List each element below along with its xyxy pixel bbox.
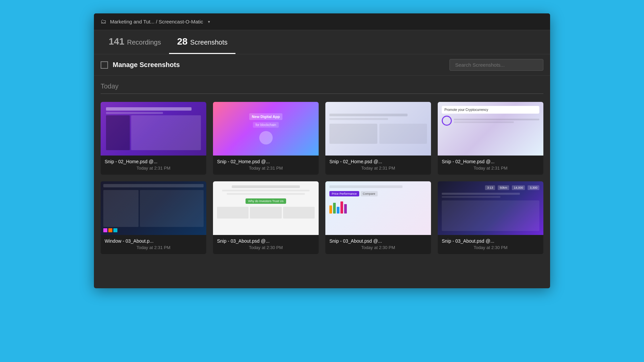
card-info-1: Snip - 02_Home.psd @... Today at 2:31 PM — [213, 156, 319, 175]
screenshot-card-3[interactable]: Promote your Cryptocurrency Snip - 02_Ho… — [438, 102, 543, 175]
card-name-7: Snip - 03_About.psd @... — [442, 238, 539, 244]
recordings-label: Recordings — [127, 39, 161, 46]
select-all-checkbox[interactable] — [101, 61, 108, 69]
card-time-0: Today at 2:31 PM — [105, 166, 202, 171]
card-thumbnail-2 — [325, 102, 431, 156]
tab-screenshots[interactable]: 28 Screenshots — [169, 30, 235, 54]
chevron-down-icon[interactable]: ▾ — [208, 19, 210, 24]
card-thumbnail-3: Promote your Cryptocurrency — [438, 102, 543, 156]
app-window: 🗂 Marketing and Tut... / Screencast-O-Ma… — [94, 13, 550, 288]
card-info-7: Snip - 03_About.psd @... Today at 2:30 P… — [438, 235, 543, 254]
screenshot-card-2[interactable]: Snip - 02_Home.psd @... Today at 2:31 PM — [325, 102, 431, 175]
card-name-0: Snip - 02_Home.psd @... — [105, 159, 202, 164]
recordings-count: 141 — [109, 36, 124, 47]
card-name-6: Snip - 03_About.psd @... — [329, 238, 427, 244]
screenshots-label: Screenshots — [190, 39, 227, 46]
folder-icon: 🗂 — [101, 18, 107, 25]
screenshots-grid-row2: Window - 03_About.p... Today at 2:31 PM … — [101, 181, 543, 254]
card-time-1: Today at 2:31 PM — [217, 166, 315, 171]
screenshot-card-5[interactable]: Why do Investors Trust Us Snip - 03_Abou… — [213, 181, 319, 254]
card-thumbnail-6: Price Performance Compare — [325, 181, 431, 235]
screenshot-card-6[interactable]: Price Performance Compare Snip - — [325, 181, 431, 254]
section-label-today: Today — [101, 82, 543, 90]
screenshot-card-1[interactable]: New Digital App for blockchain Snip - 02… — [213, 102, 319, 175]
screenshots-count: 28 — [177, 36, 187, 47]
card-info-6: Snip - 03_About.psd @... Today at 2:30 P… — [325, 235, 431, 254]
card-info-0: Snip - 02_Home.psd @... Today at 2:31 PM — [101, 156, 206, 175]
card-info-4: Window - 03_About.p... Today at 2:31 PM — [101, 235, 206, 254]
manage-title: Manage Screenshots — [113, 61, 180, 69]
title-bar-path: Marketing and Tut... / Screencast-O-Mati… — [110, 19, 203, 24]
card-name-4: Window - 03_About.p... — [105, 238, 202, 244]
card-info-5: Snip - 03_About.psd @... Today at 2:30 P… — [213, 235, 319, 254]
title-bar: 🗂 Marketing and Tut... / Screencast-O-Ma… — [94, 13, 550, 30]
screenshot-card-0[interactable]: Snip - 02_Home.psd @... Today at 2:31 PM — [101, 102, 206, 175]
card-name-5: Snip - 03_About.psd @... — [217, 238, 315, 244]
manage-left: Manage Screenshots — [101, 61, 180, 69]
card-thumbnail-7: 3:13 50km 14,000 3,300 — [438, 181, 543, 235]
card-thumbnail-0 — [101, 102, 206, 156]
screenshots-grid-row1: Snip - 02_Home.psd @... Today at 2:31 PM… — [101, 102, 543, 175]
card-info-3: Snip - 02_Home.psd @... Today at 2:31 PM — [438, 156, 543, 175]
card-time-5: Today at 2:30 PM — [217, 245, 315, 250]
card-thumbnail-4 — [101, 181, 206, 235]
card-name-2: Snip - 02_Home.psd @... — [329, 159, 427, 164]
card-time-7: Today at 2:30 PM — [442, 245, 539, 250]
tabs-bar: 141 Recordings 28 Screenshots — [94, 30, 550, 54]
card-thumbnail-5: Why do Investors Trust Us — [213, 181, 319, 235]
card-thumbnail-1: New Digital App for blockchain — [213, 102, 319, 156]
card-info-2: Snip - 02_Home.psd @... Today at 2:31 PM — [325, 156, 431, 175]
content-area: Today — [94, 76, 550, 267]
card-name-3: Snip - 02_Home.psd @... — [442, 159, 539, 164]
card-time-3: Today at 2:31 PM — [442, 166, 539, 171]
screenshot-card-4[interactable]: Window - 03_About.p... Today at 2:31 PM — [101, 181, 206, 254]
card-time-2: Today at 2:31 PM — [329, 166, 427, 171]
screenshot-card-7[interactable]: 3:13 50km 14,000 3,300 Snip - 03_About.p… — [438, 181, 543, 254]
section-divider — [101, 94, 543, 94]
card-name-1: Snip - 02_Home.psd @... — [217, 159, 315, 164]
card-time-4: Today at 2:31 PM — [105, 245, 202, 250]
tab-recordings[interactable]: 141 Recordings — [101, 30, 169, 54]
search-input[interactable] — [449, 59, 543, 71]
manage-bar: Manage Screenshots — [94, 54, 550, 76]
card-time-6: Today at 2:30 PM — [329, 245, 427, 250]
